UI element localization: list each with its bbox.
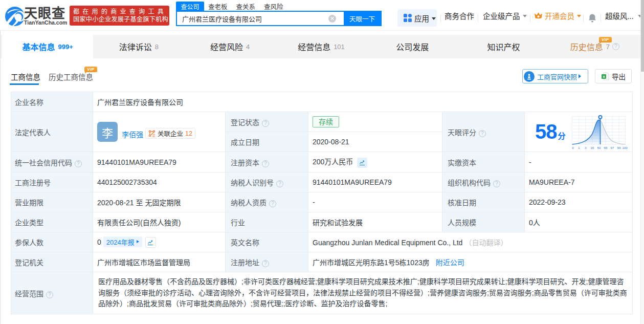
svg-text:15: 15 [590, 145, 594, 149]
svg-text:0: 0 [572, 145, 574, 149]
svg-text:65: 65 [604, 145, 607, 149]
svg-text:3: 3 [584, 145, 586, 149]
svg-text:1: 1 [578, 145, 580, 149]
svg-text:50: 50 [597, 145, 601, 149]
svg-text:97: 97 [610, 145, 614, 149]
svg-text:99: 99 [617, 145, 620, 149]
svg-text:企: 企 [152, 133, 156, 137]
svg-text:100: 100 [622, 145, 628, 149]
